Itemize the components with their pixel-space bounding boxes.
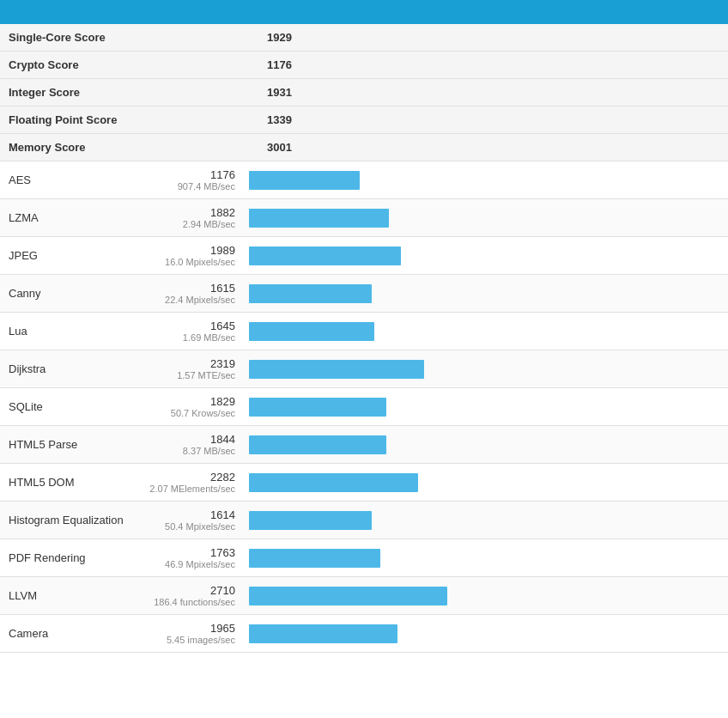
detail-label: JPEG xyxy=(9,249,146,262)
detail-unit: 50.4 Mpixels/sec xyxy=(146,521,235,532)
detail-values: 1763 46.9 Mpixels/sec xyxy=(146,546,249,569)
detail-score: 1176 xyxy=(146,168,235,181)
performance-bar xyxy=(249,322,374,341)
detail-values: 1844 8.37 MB/sec xyxy=(146,433,249,456)
performance-bar xyxy=(249,360,424,379)
detail-row: PDF Rendering 1763 46.9 Mpixels/sec xyxy=(0,539,728,577)
summary-section: Single-Core Score 1929 Crypto Score 1176… xyxy=(0,24,728,161)
bar-container xyxy=(249,435,719,454)
detail-unit: 50.7 Krows/sec xyxy=(146,408,235,418)
summary-value: 1176 xyxy=(232,58,300,71)
detail-label: Camera xyxy=(9,627,146,640)
performance-bar xyxy=(249,624,397,643)
detail-label: Canny xyxy=(9,287,146,300)
detail-row: Canny 1615 22.4 Mpixels/sec xyxy=(0,275,728,313)
bar-container xyxy=(249,284,719,303)
detail-score: 1763 xyxy=(146,546,235,559)
summary-row: Crypto Score 1176 xyxy=(0,52,728,79)
performance-bar xyxy=(249,284,372,303)
detail-values: 1615 22.4 Mpixels/sec xyxy=(146,282,249,305)
detail-unit: 5.45 images/sec xyxy=(146,635,235,645)
summary-label: Memory Score xyxy=(9,141,232,154)
detail-values: 2282 2.07 MElements/sec xyxy=(146,471,249,494)
detail-label: AES xyxy=(9,173,146,186)
bar-container xyxy=(249,473,719,492)
detail-unit: 907.4 MB/sec xyxy=(146,181,235,192)
detail-row: Dijkstra 2319 1.57 MTE/sec xyxy=(0,350,728,388)
detail-score: 1614 xyxy=(146,508,235,521)
detail-row: HTML5 DOM 2282 2.07 MElements/sec xyxy=(0,464,728,502)
performance-bar xyxy=(249,398,386,417)
detail-label: HTML5 Parse xyxy=(9,438,146,451)
detail-label: Lua xyxy=(9,325,146,338)
bar-container xyxy=(249,246,719,265)
bar-container xyxy=(249,549,719,568)
detail-values: 1614 50.4 Mpixels/sec xyxy=(146,508,249,532)
detail-label: PDF Rendering xyxy=(9,551,146,564)
detail-row: SQLite 1829 50.7 Krows/sec xyxy=(0,388,728,426)
detail-score: 1965 xyxy=(146,622,235,635)
detail-row: Histogram Equalization 1614 50.4 Mpixels… xyxy=(0,502,728,539)
performance-bar xyxy=(249,209,389,228)
detail-values: 1829 50.7 Krows/sec xyxy=(146,395,249,418)
detail-values: 1176 907.4 MB/sec xyxy=(146,168,249,192)
page-header xyxy=(0,0,728,24)
bar-container xyxy=(249,511,719,530)
detail-score: 1615 xyxy=(146,282,235,295)
detail-row: JPEG 1989 16.0 Mpixels/sec xyxy=(0,237,728,275)
detail-score: 1844 xyxy=(146,433,235,446)
bar-container xyxy=(249,322,719,341)
bar-container xyxy=(249,398,719,417)
detail-unit: 2.07 MElements/sec xyxy=(146,484,235,494)
detail-score: 2710 xyxy=(146,584,235,597)
detail-unit: 22.4 Mpixels/sec xyxy=(146,295,235,305)
detail-row: HTML5 Parse 1844 8.37 MB/sec xyxy=(0,426,728,464)
summary-value: 1931 xyxy=(232,86,300,99)
bar-container xyxy=(249,209,719,228)
bar-container xyxy=(249,360,719,379)
summary-row: Memory Score 3001 xyxy=(0,134,728,161)
detail-values: 1965 5.45 images/sec xyxy=(146,622,249,645)
summary-value: 1339 xyxy=(232,113,300,126)
detail-unit: 2.94 MB/sec xyxy=(146,219,235,229)
detail-label: LLVM xyxy=(9,589,146,602)
summary-label: Floating Point Score xyxy=(9,113,232,126)
detail-values: 2710 186.4 functions/sec xyxy=(146,584,249,607)
detail-values: 2319 1.57 MTE/sec xyxy=(146,357,249,380)
detail-score: 1829 xyxy=(146,395,235,408)
summary-row: Floating Point Score 1339 xyxy=(0,106,728,134)
detail-section: AES 1176 907.4 MB/sec LZMA 1882 2.94 MB/… xyxy=(0,161,728,653)
summary-value: 1929 xyxy=(232,31,300,44)
detail-score: 1989 xyxy=(146,244,235,257)
detail-unit: 16.0 Mpixels/sec xyxy=(146,257,235,267)
detail-row: LZMA 1882 2.94 MB/sec xyxy=(0,199,728,237)
performance-bar xyxy=(249,549,380,568)
summary-row: Single-Core Score 1929 xyxy=(0,24,728,52)
bar-container xyxy=(249,171,719,190)
detail-label: SQLite xyxy=(9,400,146,413)
detail-score: 1645 xyxy=(146,319,235,332)
detail-row: LLVM 2710 186.4 functions/sec xyxy=(0,577,728,615)
performance-bar xyxy=(249,473,418,492)
summary-row: Integer Score 1931 xyxy=(0,79,728,106)
detail-unit: 46.9 Mpixels/sec xyxy=(146,559,235,569)
detail-unit: 8.37 MB/sec xyxy=(146,446,235,456)
detail-label: LZMA xyxy=(9,211,146,224)
detail-row: AES 1176 907.4 MB/sec xyxy=(0,161,728,199)
bar-container xyxy=(249,624,719,643)
summary-label: Integer Score xyxy=(9,86,232,99)
detail-label: HTML5 DOM xyxy=(9,476,146,489)
detail-score: 1882 xyxy=(146,206,235,219)
detail-unit: 1.69 MB/sec xyxy=(146,332,235,343)
performance-bar xyxy=(249,587,447,605)
summary-label: Single-Core Score xyxy=(9,31,232,44)
detail-values: 1989 16.0 Mpixels/sec xyxy=(146,244,249,267)
detail-values: 1882 2.94 MB/sec xyxy=(146,206,249,229)
summary-value: 3001 xyxy=(232,141,300,154)
performance-bar xyxy=(249,246,401,265)
detail-unit: 1.57 MTE/sec xyxy=(146,370,235,380)
performance-bar xyxy=(249,171,360,190)
summary-label: Crypto Score xyxy=(9,58,232,71)
detail-score: 2319 xyxy=(146,357,235,370)
detail-label: Histogram Equalization xyxy=(9,514,146,526)
